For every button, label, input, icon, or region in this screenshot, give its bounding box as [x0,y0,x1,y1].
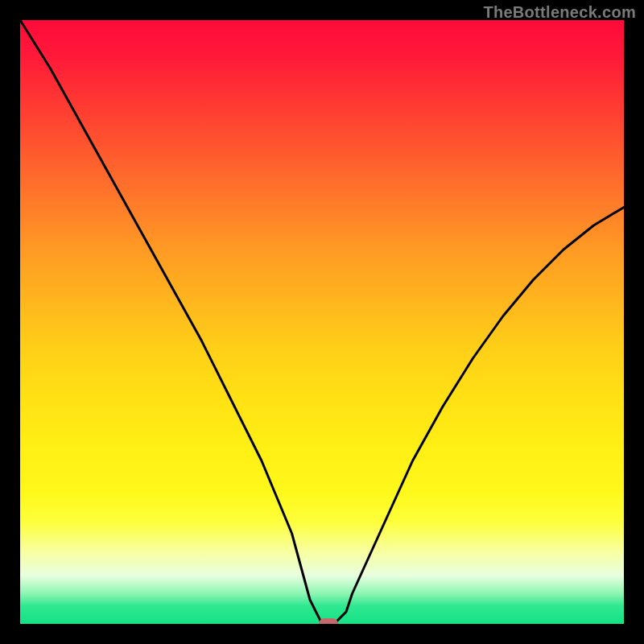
curve-svg [20,20,624,624]
watermark-text: TheBottleneck.com [483,3,636,22]
plot-area [20,20,624,624]
bottleneck-curve [20,20,624,624]
chart-frame: TheBottleneck.com [0,0,644,644]
minimum-marker [319,618,338,624]
